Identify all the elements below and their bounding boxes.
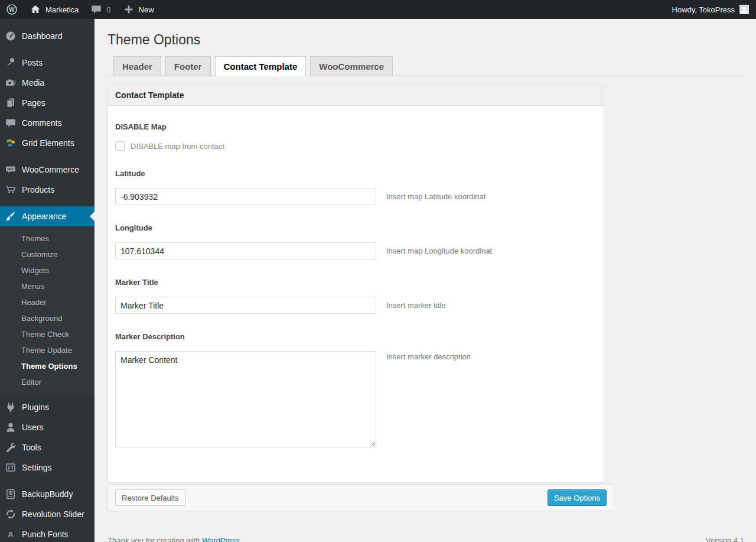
- settings-sliders-icon: [5, 462, 17, 473]
- field-main: Marker Title: [115, 278, 376, 314]
- marker-description-textarea[interactable]: Marker Content: [115, 351, 376, 447]
- sidebar-item-label: Appearance: [22, 212, 67, 221]
- sidebar-item-pages[interactable]: Pages: [0, 93, 94, 113]
- sidebar-item-label: Products: [22, 185, 54, 194]
- submenu-item-themes[interactable]: Themes: [0, 231, 94, 246]
- marker-title-help-text: Insert marker title: [386, 301, 445, 314]
- sidebar-item-dashboard[interactable]: Dashboard: [0, 26, 94, 46]
- tab-footer[interactable]: Footer: [165, 56, 211, 76]
- sidebar-item-label: Comments: [22, 118, 62, 128]
- user-silhouette-icon: [740, 6, 748, 14]
- comment-icon: [90, 4, 102, 15]
- sidebar-item-revolution-slider[interactable]: Revolution Slider: [0, 504, 94, 524]
- plug-icon: [5, 401, 17, 413]
- sidebar-item-products[interactable]: Products: [0, 180, 94, 200]
- comments-shortcut[interactable]: 0: [84, 0, 116, 19]
- refresh-arrows-icon: [5, 508, 17, 520]
- avatar[interactable]: [739, 5, 749, 14]
- sidebar-item-backupbuddy[interactable]: BackupBuddy: [0, 484, 94, 504]
- wordpress-logo-icon: W: [6, 4, 18, 15]
- sidebar-item-label: Users: [22, 423, 44, 432]
- version-text: Version 4.1: [706, 536, 744, 542]
- admin-bar-right: Howdy, TokoPress: [672, 5, 756, 14]
- sidebar-item-punch-fonts[interactable]: A Punch Fonts: [0, 524, 94, 542]
- sidebar-item-label: Grid Elements: [22, 138, 74, 148]
- svg-text:W: W: [9, 7, 15, 13]
- letter-a-icon: A: [5, 528, 17, 540]
- page-footer: Thank you for creating with WordPress. V…: [107, 536, 744, 542]
- submenu-item-editor[interactable]: Editor: [0, 374, 94, 390]
- submenu-item-theme-check[interactable]: Theme Check: [0, 326, 94, 342]
- svg-text:A: A: [8, 530, 14, 539]
- camera-icon: [5, 77, 17, 89]
- wordpress-link[interactable]: WordPress: [202, 536, 240, 542]
- sidebar-item-posts[interactable]: Posts: [0, 53, 94, 73]
- latitude-input[interactable]: [115, 188, 376, 205]
- sidebar-item-woocommerce[interactable]: Woo WooCommerce: [0, 160, 94, 180]
- home-icon: [30, 4, 41, 15]
- new-label: New: [139, 5, 154, 14]
- woocommerce-badge-icon: Woo: [5, 164, 17, 176]
- user-icon: [5, 421, 17, 433]
- submenu-item-header[interactable]: Header: [0, 294, 94, 310]
- sidebar-item-settings[interactable]: Settings: [0, 457, 94, 478]
- panel-title: Contact Template: [108, 85, 604, 106]
- latitude-help-text: Insert map Latitude koordinat: [386, 192, 485, 205]
- comment-count: 0: [106, 5, 110, 14]
- field-disable-map: DISABLE Map DISABLE map from contact: [115, 122, 597, 151]
- tab-contact-template[interactable]: Contact Template: [215, 56, 307, 76]
- grid-elements-icon: [5, 137, 17, 149]
- submenu-item-widgets[interactable]: Widgets: [0, 262, 94, 278]
- field-latitude: Latitude Insert map Latitude koordinat: [115, 169, 597, 205]
- latitude-label: Latitude: [115, 169, 376, 178]
- comment-bubble-icon: [5, 117, 17, 129]
- submenu-item-menus[interactable]: Menus: [0, 278, 94, 294]
- admin-bar: W Marketica 0 New Howdy, TokoPress: [0, 0, 756, 19]
- sidebar-item-label: Revolution Slider: [22, 509, 84, 519]
- marker-title-label: Marker Title: [115, 278, 376, 287]
- site-name-link[interactable]: Marketica: [24, 0, 84, 19]
- longitude-input[interactable]: [115, 242, 376, 259]
- contact-template-panel: Contact Template DISABLE Map DISABLE map…: [107, 85, 604, 483]
- menu-separator: [0, 478, 94, 484]
- cart-icon: [5, 184, 17, 196]
- thanks-suffix: .: [240, 536, 242, 542]
- submenu-item-theme-update[interactable]: Theme Update: [0, 342, 94, 358]
- paintbrush-icon: [5, 210, 17, 222]
- sidebar-item-label: Plugins: [22, 403, 49, 412]
- field-main: Marker Description Marker Content: [115, 332, 376, 450]
- howdy-account-link[interactable]: Howdy, TokoPress: [672, 5, 735, 14]
- disable-map-checkbox[interactable]: [115, 141, 125, 151]
- appearance-submenu: Themes Customize Widgets Menus Header Ba…: [0, 226, 94, 397]
- submenu-item-customize[interactable]: Customize: [0, 246, 94, 262]
- sidebar-item-appearance[interactable]: Appearance: [0, 206, 94, 226]
- marker-description-label: Marker Description: [115, 332, 376, 341]
- new-content-button[interactable]: New: [117, 0, 160, 19]
- tab-header[interactable]: Header: [113, 56, 161, 76]
- field-marker-description: Marker Description Marker Content Insert…: [115, 332, 597, 450]
- sidebar-item-label: Media: [22, 78, 44, 87]
- disable-map-label: DISABLE Map: [115, 122, 376, 131]
- field-main: DISABLE Map DISABLE map from contact: [115, 122, 376, 151]
- sidebar-item-grid-elements[interactable]: Grid Elements: [0, 133, 94, 153]
- wp-logo-button[interactable]: W: [0, 0, 24, 19]
- marker-title-input[interactable]: [115, 297, 376, 314]
- admin-sidebar: Dashboard Posts Media Pages: [0, 19, 94, 542]
- page-title: Theme Options: [107, 31, 744, 48]
- sidebar-item-label: Tools: [22, 443, 41, 452]
- sidebar-item-comments[interactable]: Comments: [0, 113, 94, 133]
- longitude-help-text: Insert map Longitude koordinat: [386, 246, 492, 259]
- sidebar-item-users[interactable]: Users: [0, 417, 94, 437]
- marker-description-help-text: Insert marker description: [386, 352, 471, 450]
- save-options-button[interactable]: Save Options: [548, 489, 607, 506]
- restore-defaults-button[interactable]: Restore Defaults: [115, 489, 185, 506]
- sidebar-item-plugins[interactable]: Plugins: [0, 397, 94, 417]
- tab-woocommerce[interactable]: WooCommerce: [310, 56, 393, 76]
- sidebar-item-media[interactable]: Media: [0, 73, 94, 93]
- submenu-item-background[interactable]: Background: [0, 310, 94, 326]
- admin-bar-left: W Marketica 0 New: [0, 0, 160, 19]
- footer-thanks-text: Thank you for creating with WordPress.: [107, 536, 242, 542]
- menu-separator: [0, 153, 94, 160]
- submenu-item-theme-options[interactable]: Theme Options: [0, 358, 94, 374]
- sidebar-item-tools[interactable]: Tools: [0, 437, 94, 457]
